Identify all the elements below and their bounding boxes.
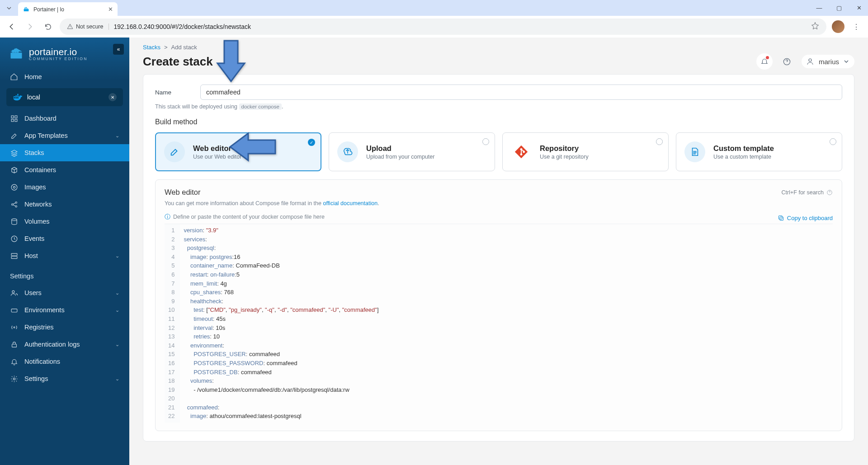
edit-icon bbox=[170, 147, 179, 157]
svg-rect-26 bbox=[778, 216, 782, 219]
sidebar-item-host[interactable]: Host⌄ bbox=[0, 247, 129, 264]
window-controls: — ▢ ✕ bbox=[814, 3, 864, 14]
editor-info: You can get more information about Compo… bbox=[165, 200, 833, 207]
name-label: Name bbox=[155, 89, 182, 96]
sidebar-item-settings[interactable]: Settings⌄ bbox=[0, 370, 129, 387]
sidebar-item-label: Images bbox=[24, 183, 46, 191]
sidebar-item-events[interactable]: Events bbox=[0, 230, 129, 247]
sidebar-item-networks[interactable]: Networks bbox=[0, 196, 129, 213]
sidebar-item-environments[interactable]: Environments⌄ bbox=[0, 301, 129, 319]
security-indicator[interactable]: Not secure bbox=[67, 23, 109, 30]
svg-point-10 bbox=[11, 219, 16, 221]
disc-icon bbox=[10, 183, 18, 191]
portainer-logo-icon bbox=[9, 47, 24, 61]
user-menu[interactable]: marius bbox=[802, 55, 854, 68]
method-repository[interactable]: Repository Use a git repository bbox=[502, 132, 669, 171]
sidebar-item-label: Authentication logs bbox=[24, 341, 80, 348]
sidebar-item-home[interactable]: Home bbox=[0, 68, 129, 85]
breadcrumb-stacks[interactable]: Stacks bbox=[143, 44, 160, 51]
method-upload[interactable]: Upload Upload from your computer bbox=[329, 132, 495, 171]
sidebar-item-volumes[interactable]: Volumes bbox=[0, 213, 129, 230]
method-subtitle: Use our Web editor bbox=[193, 154, 241, 160]
sidebar-item-notifications[interactable]: Notifications bbox=[0, 353, 129, 370]
sidebar-item-label: Notifications bbox=[24, 358, 60, 365]
window-close[interactable]: ✕ bbox=[854, 3, 864, 14]
sidebar-item-images[interactable]: Images bbox=[0, 178, 129, 196]
sidebar-item-label: Events bbox=[24, 235, 44, 242]
settings-section-header: Settings bbox=[0, 264, 129, 284]
upload-icon bbox=[343, 147, 353, 157]
svg-rect-15 bbox=[11, 309, 17, 312]
chevron-down-icon bbox=[844, 59, 849, 64]
radio-icon bbox=[482, 138, 489, 145]
breadcrumb: Stacks > Add stack bbox=[143, 44, 854, 51]
sidebar-item-containers[interactable]: Containers bbox=[0, 161, 129, 178]
gear-icon bbox=[10, 375, 18, 383]
radio-icon bbox=[830, 138, 836, 145]
logo-text: portainer.io bbox=[29, 47, 88, 57]
server-icon bbox=[10, 252, 18, 260]
portainer-favicon bbox=[23, 6, 30, 13]
share-icon bbox=[10, 200, 18, 208]
code-content[interactable]: version: "3.9"services: postgresql: imag… bbox=[180, 224, 382, 423]
sidebar-item-app-templates[interactable]: App Templates⌄ bbox=[0, 127, 129, 144]
bookmark-star-icon[interactable] bbox=[811, 22, 819, 32]
method-custom-template[interactable]: Custom template Use a custom template bbox=[676, 132, 842, 171]
sidebar-item-label: Registries bbox=[24, 324, 53, 331]
browser-menu-icon[interactable]: ⋮ bbox=[850, 20, 863, 33]
nav-reload[interactable] bbox=[42, 20, 54, 33]
selected-check-icon: ✓ bbox=[308, 139, 315, 146]
tab-search-dropdown[interactable] bbox=[4, 3, 14, 14]
method-web-editor[interactable]: Web editor Use our Web editor ✓ bbox=[155, 132, 321, 171]
browser-tab[interactable]: Portainer | lo ✕ bbox=[18, 2, 118, 17]
sidebar-collapse-button[interactable]: « bbox=[113, 44, 124, 55]
sidebar-item-dashboard[interactable]: Dashboard bbox=[0, 110, 129, 127]
address-bar[interactable]: Not secure 192.168.0.240:9000/#!/2/docke… bbox=[60, 19, 826, 35]
chevron-down-icon: ⌄ bbox=[115, 342, 119, 348]
method-subtitle: Use a git repository bbox=[540, 154, 589, 160]
chevron-down-icon: ⌄ bbox=[115, 307, 119, 313]
sidebar-item-users[interactable]: Users⌄ bbox=[0, 284, 129, 301]
lock-icon bbox=[10, 340, 18, 348]
window-maximize[interactable]: ▢ bbox=[834, 3, 844, 14]
copy-to-clipboard-button[interactable]: Copy to clipboard bbox=[778, 215, 833, 221]
stack-name-input[interactable] bbox=[200, 85, 842, 100]
nav-forward bbox=[24, 20, 36, 33]
sidebar-item-auth-logs[interactable]: Authentication logs⌄ bbox=[0, 336, 129, 353]
tab-close-icon[interactable]: ✕ bbox=[108, 6, 113, 13]
nav-back[interactable] bbox=[5, 20, 18, 33]
logo-edition: COMMUNITY EDITION bbox=[29, 56, 88, 61]
svg-rect-4 bbox=[14, 119, 17, 121]
window-minimize[interactable]: — bbox=[814, 3, 825, 14]
editor-title: Web editor bbox=[165, 188, 201, 197]
build-method-label: Build method bbox=[155, 118, 842, 126]
copy-icon bbox=[778, 215, 784, 221]
svg-rect-2 bbox=[14, 116, 17, 118]
sidebar-item-registries[interactable]: Registries bbox=[0, 319, 129, 336]
clock-icon bbox=[10, 235, 18, 243]
git-icon bbox=[514, 144, 529, 160]
sidebar: « portainer.io COMMUNITY EDITION Home lo… bbox=[0, 38, 129, 465]
svg-rect-3 bbox=[11, 119, 14, 121]
environment-close-icon[interactable]: ✕ bbox=[108, 93, 117, 101]
box-icon bbox=[10, 166, 18, 174]
sidebar-item-label: Networks bbox=[24, 201, 52, 208]
notifications-button[interactable] bbox=[756, 53, 773, 70]
code-editor[interactable]: 12345678910111213141516171819202122 vers… bbox=[165, 224, 833, 423]
sidebar-item-stacks[interactable]: Stacks bbox=[0, 144, 129, 161]
profile-avatar[interactable] bbox=[832, 20, 844, 33]
method-title: Upload bbox=[366, 144, 434, 153]
method-title: Repository bbox=[540, 144, 589, 153]
home-icon bbox=[10, 73, 18, 81]
radio-icon bbox=[10, 323, 18, 331]
docs-link[interactable]: official documentation bbox=[323, 200, 377, 207]
environment-selector[interactable]: local ✕ bbox=[6, 88, 123, 106]
sidebar-item-label: Containers bbox=[24, 166, 56, 174]
main-content: Stacks > Add stack Create stack ma bbox=[129, 38, 868, 465]
sidebar-item-label: Host bbox=[24, 252, 38, 259]
help-button[interactable] bbox=[779, 53, 795, 70]
sidebar-item-label: Stacks bbox=[24, 149, 44, 156]
svg-rect-17 bbox=[12, 344, 16, 347]
editor-paste-hint: ⓘ Define or paste the content of your do… bbox=[165, 213, 325, 221]
sidebar-item-label: Volumes bbox=[24, 218, 50, 225]
